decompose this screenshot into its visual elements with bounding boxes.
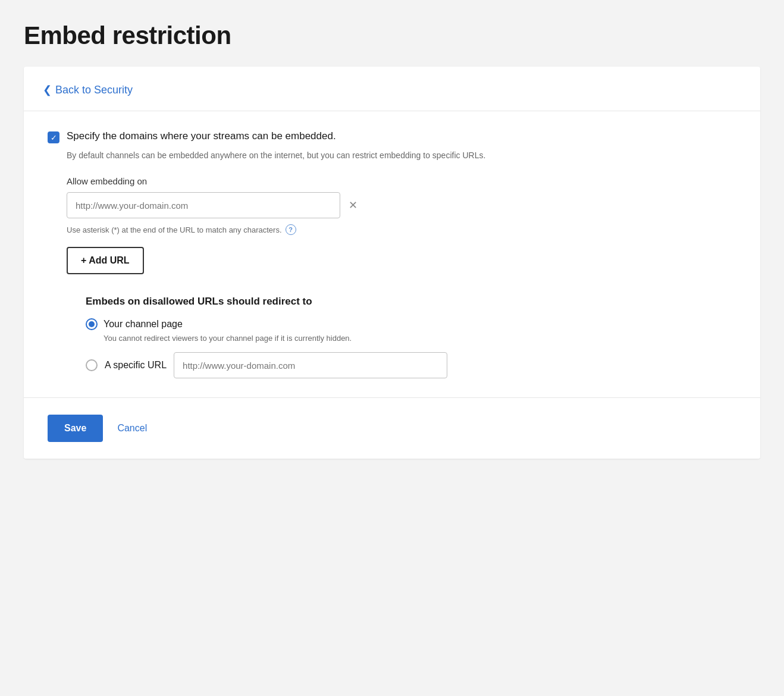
field-section: Allow embedding on ✕ Use asterisk (*) at…	[67, 176, 736, 378]
channel-page-radio[interactable]	[86, 318, 98, 330]
asterisk-hint-text: Use asterisk (*) at the end of the URL t…	[67, 224, 736, 235]
add-url-button[interactable]: + Add URL	[67, 247, 144, 274]
footer-row: Save Cancel	[24, 398, 760, 459]
helper-text: By default channels can be embedded anyw…	[67, 149, 736, 162]
checkmark-icon: ✓	[51, 134, 57, 142]
back-to-security-link[interactable]: ❮ Back to Security	[43, 83, 133, 96]
url-input[interactable]	[67, 192, 340, 218]
main-card: ❮ Back to Security ✓ Specify the domains…	[24, 67, 760, 459]
radio-inner-dot	[89, 321, 95, 327]
specify-domains-checkbox[interactable]: ✓	[48, 131, 59, 143]
specific-url-radio[interactable]	[86, 359, 98, 371]
redirect-section: Embeds on disallowed URLs should redirec…	[86, 296, 736, 378]
specific-url-row: A specific URL	[86, 352, 736, 378]
channel-page-label: Your channel page	[104, 319, 183, 330]
redirect-title: Embeds on disallowed URLs should redirec…	[86, 296, 736, 308]
clear-url-button[interactable]: ✕	[346, 196, 360, 214]
content-section: ✓ Specify the domains where your streams…	[24, 111, 760, 398]
page-title: Embed restriction	[24, 21, 760, 50]
help-icon[interactable]: ?	[286, 224, 296, 235]
clear-icon: ✕	[349, 199, 357, 212]
url-input-row: ✕	[67, 192, 736, 218]
specific-url-label: A specific URL	[105, 360, 167, 371]
back-chevron-icon: ❮	[43, 83, 52, 96]
back-link-row: ❮ Back to Security	[24, 67, 760, 111]
channel-page-radio-row: Your channel page	[86, 318, 736, 330]
save-button[interactable]: Save	[48, 415, 103, 442]
specify-domains-label: Specify the domains where your streams c…	[67, 130, 336, 142]
specific-url-input[interactable]	[174, 352, 447, 378]
field-label: Allow embedding on	[67, 176, 736, 186]
back-link-label: Back to Security	[55, 84, 133, 96]
cancel-button[interactable]: Cancel	[117, 423, 147, 434]
add-url-label: + Add URL	[81, 255, 130, 266]
specify-domains-row: ✓ Specify the domains where your streams…	[48, 130, 736, 143]
channel-page-hint: You cannot redirect viewers to your chan…	[104, 334, 736, 343]
